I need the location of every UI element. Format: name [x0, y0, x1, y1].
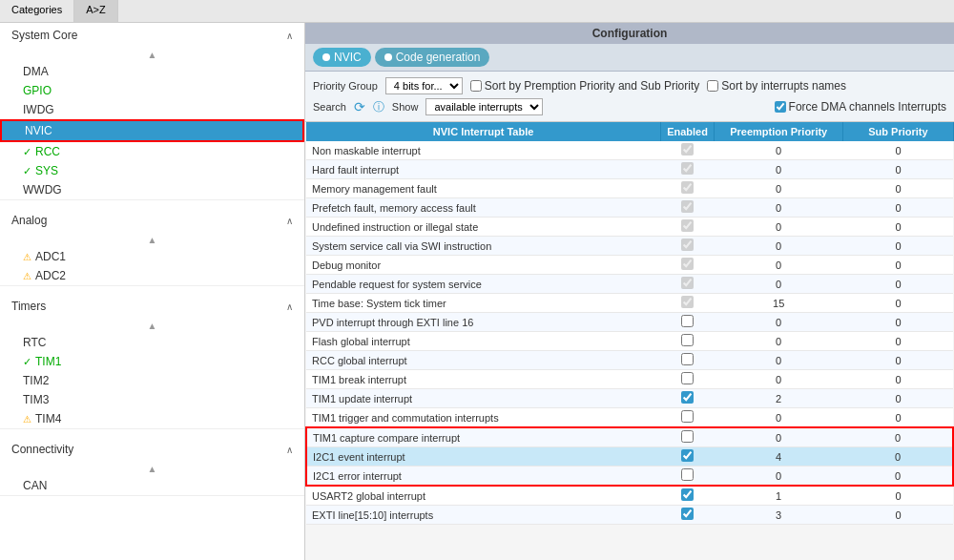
enabled-checkbox[interactable] [681, 449, 694, 462]
sidebar-item-tim1[interactable]: ✓ TIM1 [0, 352, 304, 371]
sort-interrupts-checkbox[interactable] [707, 80, 718, 92]
table-row: TIM1 trigger and commutation interrupts0… [306, 408, 953, 428]
section-header-timers[interactable]: Timers ∧ [0, 294, 304, 319]
interrupt-enabled[interactable] [661, 467, 715, 487]
preemption-priority: 0 [714, 427, 842, 447]
tab-categories[interactable]: Categories [0, 0, 74, 22]
interrupt-enabled[interactable] [661, 256, 715, 275]
sort-premption-checkbox[interactable] [470, 80, 482, 92]
enabled-checkbox[interactable] [681, 488, 694, 501]
enabled-checkbox[interactable] [681, 430, 694, 443]
sidebar-item-rcc[interactable]: ✓ RCC [0, 142, 304, 161]
sidebar-item-can[interactable]: CAN [0, 476, 304, 495]
enabled-checkbox[interactable] [681, 468, 694, 481]
sub-priority: 0 [843, 447, 953, 467]
table-row: Memory management fault00 [306, 179, 953, 198]
tab-az[interactable]: A>Z [74, 0, 117, 22]
sidebar-item-tim4[interactable]: ⚠ TIM4 [0, 409, 304, 428]
enabled-checkbox[interactable] [681, 258, 694, 270]
sidebar-item-sys[interactable]: ✓ SYS [0, 161, 304, 180]
preemption-priority: 0 [714, 275, 842, 294]
enabled-checkbox[interactable] [681, 143, 694, 156]
scroll-up-analog[interactable]: ▲ [0, 233, 304, 247]
enabled-checkbox[interactable] [681, 353, 694, 365]
interrupt-enabled[interactable] [661, 275, 715, 294]
info-icon[interactable]: ⓘ [373, 99, 384, 115]
interrupt-enabled[interactable] [661, 218, 715, 237]
interrupt-enabled[interactable] [661, 370, 715, 389]
interrupt-enabled[interactable] [661, 427, 715, 447]
table-row: Flash global interrupt00 [306, 332, 953, 351]
scroll-up-timers[interactable]: ▲ [0, 319, 304, 333]
sub-priority: 0 [843, 370, 953, 389]
enabled-checkbox[interactable] [681, 296, 694, 308]
table-row: TIM1 capture compare interrupt00 [306, 427, 953, 447]
sidebar-item-adc2[interactable]: ⚠ ADC2 [0, 266, 304, 285]
interrupt-enabled[interactable] [661, 506, 715, 525]
interrupt-enabled[interactable] [661, 389, 715, 408]
section-header-system-core[interactable]: System Core ∧ [0, 23, 304, 48]
interrupt-enabled[interactable] [661, 237, 715, 256]
section-label-timers: Timers [11, 300, 46, 313]
show-select[interactable]: available interrupts [425, 98, 543, 115]
table-row: USART2 global interrupt10 [306, 486, 953, 506]
enabled-checkbox[interactable] [681, 277, 694, 289]
table-row: System service call via SWI instruction0… [306, 237, 953, 256]
sidebar-item-gpio[interactable]: GPIO [0, 81, 304, 100]
enabled-checkbox[interactable] [681, 315, 694, 327]
table-row: Undefined instruction or illegal state00 [306, 218, 953, 237]
interrupt-enabled[interactable] [661, 313, 715, 332]
scroll-up-system-core[interactable]: ▲ [0, 48, 304, 62]
enabled-checkbox[interactable] [681, 239, 694, 251]
table-row: TIM1 break interrupt00 [306, 370, 953, 389]
chevron-icon-system-core: ∧ [286, 31, 293, 41]
scroll-up-connectivity[interactable]: ▲ [0, 462, 304, 476]
interrupt-enabled[interactable] [661, 141, 715, 160]
enabled-checkbox[interactable] [681, 372, 694, 384]
sidebar-item-rtc[interactable]: RTC [0, 333, 304, 352]
sidebar-item-iwdg[interactable]: IWDG [0, 100, 304, 119]
enabled-checkbox[interactable] [681, 162, 694, 175]
table-row: Time base: System tick timer150 [306, 294, 953, 313]
search-icon[interactable]: ⟳ [354, 99, 365, 114]
enabled-checkbox[interactable] [681, 391, 694, 404]
section-header-connectivity[interactable]: Connectivity ∧ [0, 437, 304, 462]
sidebar-item-adc1[interactable]: ⚠ ADC1 [0, 247, 304, 266]
col-header-sub: Sub Priority [843, 122, 953, 141]
interrupt-enabled[interactable] [661, 447, 715, 467]
sidebar-item-wwdg[interactable]: WWDG [0, 180, 304, 199]
sidebar-item-tim3[interactable]: TIM3 [0, 390, 304, 409]
sidebar-item-tim2[interactable]: TIM2 [0, 371, 304, 390]
table-row: RCC global interrupt00 [306, 351, 953, 370]
interrupt-enabled[interactable] [661, 198, 715, 218]
priority-group-select[interactable]: 4 bits for... [385, 77, 463, 94]
interrupt-enabled[interactable] [661, 486, 715, 506]
section-header-analog[interactable]: Analog ∧ [0, 208, 304, 233]
enabled-checkbox[interactable] [681, 410, 694, 423]
interrupt-enabled[interactable] [661, 179, 715, 198]
enabled-checkbox[interactable] [681, 508, 694, 520]
tab-nvic[interactable]: NVIC [313, 48, 371, 67]
enabled-checkbox[interactable] [681, 200, 694, 213]
interrupt-enabled[interactable] [661, 160, 715, 179]
interrupt-enabled[interactable] [661, 408, 715, 428]
preemption-priority: 0 [714, 218, 842, 237]
interrupt-enabled[interactable] [661, 294, 715, 313]
tabs-bar: NVIC Code generation [305, 44, 954, 72]
preemption-priority: 0 [714, 370, 842, 389]
enabled-checkbox[interactable] [681, 219, 694, 232]
interrupt-name: PVD interrupt through EXTI line 16 [306, 313, 661, 332]
force-dma-checkbox[interactable] [775, 101, 786, 113]
preemption-priority: 0 [714, 237, 842, 256]
preemption-priority: 0 [714, 351, 842, 370]
preemption-priority: 0 [714, 256, 842, 275]
sidebar-item-dma[interactable]: DMA [0, 62, 304, 81]
sidebar-item-nvic[interactable]: NVIC [0, 119, 304, 142]
enabled-checkbox[interactable] [681, 334, 694, 346]
interrupt-enabled[interactable] [661, 351, 715, 370]
tab-code-generation[interactable]: Code generation [375, 48, 490, 67]
enabled-checkbox[interactable] [681, 181, 694, 194]
interrupt-enabled[interactable] [661, 332, 715, 351]
sort-interrupts-checkbox-label: Sort by interrupts names [707, 79, 846, 93]
sub-priority: 0 [843, 218, 953, 237]
